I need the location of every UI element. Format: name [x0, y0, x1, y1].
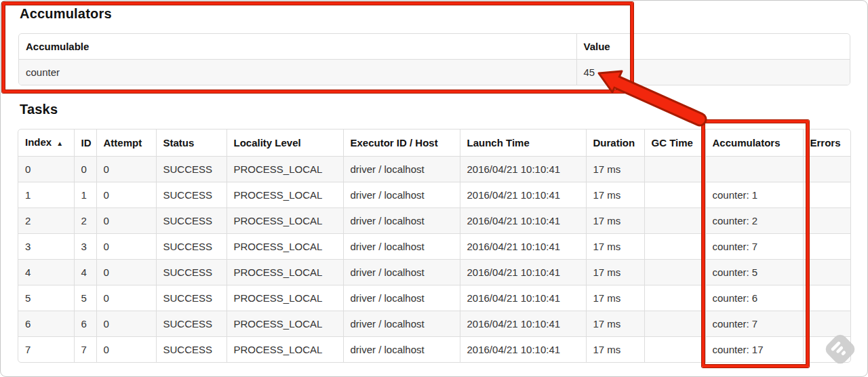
cell-index: 3: [18, 234, 74, 260]
cell-status: SUCCESS: [156, 208, 226, 234]
cell-accumulators: counter: 2: [705, 208, 803, 234]
cell-locality-level: PROCESS_LOCAL: [226, 234, 343, 260]
cell-gc-time: [644, 182, 705, 208]
task-row: 2 2 0 SUCCESS PROCESS_LOCAL driver / loc…: [18, 208, 850, 234]
cell-launch-time: 2016/04/21 10:10:41: [460, 208, 586, 234]
task-row: 5 5 0 SUCCESS PROCESS_LOCAL driver / loc…: [18, 285, 850, 311]
cell-attempt: 0: [96, 285, 156, 311]
cell-gc-time: [644, 311, 705, 337]
task-row: 0 0 0 SUCCESS PROCESS_LOCAL driver / loc…: [18, 157, 850, 182]
cell-errors: [803, 234, 850, 260]
cell-accumulators: counter: 5: [705, 260, 803, 285]
cell-executor: driver / localhost: [343, 260, 460, 285]
cell-launch-time: 2016/04/21 10:10:41: [460, 311, 586, 337]
cell-launch-time: 2016/04/21 10:10:41: [460, 234, 586, 260]
cell-launch-time: 2016/04/21 10:10:41: [460, 157, 586, 182]
value-column-header: Value: [576, 34, 850, 60]
cell-locality-level: PROCESS_LOCAL: [226, 337, 343, 363]
cell-accumulators: counter: 6: [705, 285, 803, 311]
cell-duration: 17 ms: [586, 311, 644, 337]
cell-gc-time: [644, 285, 705, 311]
cell-attempt: 0: [96, 182, 156, 208]
cell-id: 2: [74, 208, 96, 234]
cell-index: 1: [18, 182, 74, 208]
task-row: 4 4 0 SUCCESS PROCESS_LOCAL driver / loc…: [18, 260, 850, 285]
cell-executor: driver / localhost: [343, 157, 460, 182]
cell-attempt: 0: [96, 260, 156, 285]
cell-executor: driver / localhost: [343, 311, 460, 337]
cell-launch-time: 2016/04/21 10:10:41: [460, 182, 586, 208]
cell-accumulators: counter: 7: [705, 311, 803, 337]
cell-attempt: 0: [96, 311, 156, 337]
cell-index: 6: [18, 311, 74, 337]
cell-accumulators: counter: 1: [705, 182, 803, 208]
task-row: 6 6 0 SUCCESS PROCESS_LOCAL driver / loc…: [18, 311, 850, 337]
cell-status: SUCCESS: [156, 234, 226, 260]
cell-attempt: 0: [96, 208, 156, 234]
accumulable-column-header: Accumulable: [19, 34, 576, 60]
cell-attempt: 0: [96, 337, 156, 363]
cell-executor: driver / localhost: [343, 285, 460, 311]
cell-launch-time: 2016/04/21 10:10:41: [460, 260, 586, 285]
header-accumulators[interactable]: Accumulators: [705, 130, 803, 157]
sort-ascending-icon: ▲: [56, 140, 63, 147]
cell-gc-time: [644, 337, 705, 363]
cell-launch-time: 2016/04/21 10:10:41: [460, 285, 586, 311]
task-row: 1 1 0 SUCCESS PROCESS_LOCAL driver / loc…: [18, 182, 850, 208]
cell-errors: [803, 337, 850, 363]
cell-attempt: 0: [96, 234, 156, 260]
tasks-table: Index▲ ID Attempt Status Locality Level …: [18, 129, 851, 363]
cell-errors: [803, 157, 850, 182]
header-executor-id-host[interactable]: Executor ID / Host: [343, 130, 460, 157]
cell-status: SUCCESS: [156, 311, 226, 337]
cell-index: 5: [18, 285, 74, 311]
cell-id: 5: [74, 285, 96, 311]
cell-status: SUCCESS: [156, 182, 226, 208]
tasks-header-row: Index▲ ID Attempt Status Locality Level …: [18, 130, 850, 157]
cell-accumulators: counter: 17: [705, 337, 803, 363]
accumulator-row: counter 45: [19, 60, 850, 85]
cell-id: 4: [74, 260, 96, 285]
header-locality-level[interactable]: Locality Level: [226, 130, 343, 157]
cell-id: 3: [74, 234, 96, 260]
header-index[interactable]: Index▲: [18, 130, 74, 157]
cell-locality-level: PROCESS_LOCAL: [226, 311, 343, 337]
cell-locality-level: PROCESS_LOCAL: [226, 285, 343, 311]
cell-executor: driver / localhost: [343, 182, 460, 208]
cell-duration: 17 ms: [586, 234, 644, 260]
cell-locality-level: PROCESS_LOCAL: [226, 208, 343, 234]
header-duration[interactable]: Duration: [586, 130, 644, 157]
cell-id: 7: [74, 337, 96, 363]
cell-duration: 17 ms: [586, 260, 644, 285]
cell-gc-time: [644, 157, 705, 182]
cell-executor: driver / localhost: [343, 208, 460, 234]
cell-locality-level: PROCESS_LOCAL: [226, 182, 343, 208]
cell-index: 2: [18, 208, 74, 234]
header-attempt[interactable]: Attempt: [96, 130, 156, 157]
cell-duration: 17 ms: [586, 285, 644, 311]
cell-accumulators: counter: 7: [705, 234, 803, 260]
cell-errors: [803, 260, 850, 285]
cell-id: 1: [74, 182, 96, 208]
cell-errors: [803, 285, 850, 311]
accumulators-header-row: Accumulable Value: [19, 34, 850, 60]
header-launch-time[interactable]: Launch Time: [460, 130, 586, 157]
cell-gc-time: [644, 260, 705, 285]
spark-ui-page: Accumulators Accumulable Value counter 4…: [0, 0, 868, 377]
cell-locality-level: PROCESS_LOCAL: [226, 157, 343, 182]
cell-duration: 17 ms: [586, 182, 644, 208]
cell-id: 6: [74, 311, 96, 337]
cell-status: SUCCESS: [156, 285, 226, 311]
cell-status: SUCCESS: [156, 260, 226, 285]
header-status[interactable]: Status: [156, 130, 226, 157]
cell-executor: driver / localhost: [343, 337, 460, 363]
header-errors[interactable]: Errors: [803, 130, 850, 157]
accumulators-section-heading: Accumulators: [20, 6, 112, 22]
cell-accumulators: [705, 157, 803, 182]
header-id[interactable]: ID: [74, 130, 96, 157]
header-gc-time[interactable]: GC Time: [644, 130, 705, 157]
accumulable-name-cell: counter: [19, 60, 576, 85]
cell-index: 0: [18, 157, 74, 182]
cell-status: SUCCESS: [156, 157, 226, 182]
cell-duration: 17 ms: [586, 337, 644, 363]
